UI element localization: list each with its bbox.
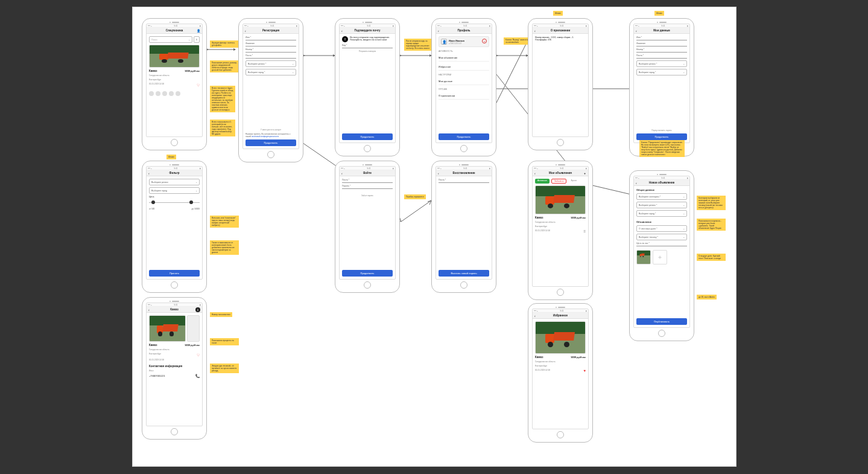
filter-icon[interactable]: ≡ <box>194 36 200 43</box>
region-select[interactable]: Выберите регион <box>149 179 200 185</box>
surname-field[interactable]: Фамилия <box>636 42 687 46</box>
tab-active[interactable]: Активные <box>535 179 550 184</box>
search-input[interactable]: Поиск <box>149 36 192 43</box>
price-field[interactable]: Цена за час * <box>636 242 687 246</box>
note: Стандарт доля. Краткий текст. Описание +… <box>697 254 726 261</box>
favorite-icon[interactable]: ♡ <box>197 83 200 87</box>
note: Также в зависимости от категории может б… <box>210 240 239 255</box>
surname-field[interactable]: Фамилия <box>246 42 296 46</box>
region-select[interactable]: Выберите регион * <box>636 60 687 67</box>
listing-name[interactable]: Камаз <box>149 69 157 72</box>
screen-registration: •••• ≡9:41▮ ‹Регистрация Имя * Фамилия Н… <box>238 18 303 162</box>
screen-listing-detail: •••• ≡9:41▮ ‹Камазi Камаз1000 руб/час Св… <box>142 297 207 440</box>
add-photo-button[interactable]: ＋ <box>653 250 667 264</box>
price-slider[interactable] <box>149 200 200 206</box>
my-ads-link[interactable]: Мои объявления <box>439 54 489 62</box>
phone-field[interactable]: Номер * <box>636 48 687 53</box>
back-icon[interactable]: ‹ <box>534 171 536 175</box>
region-select[interactable]: Выберите регион * <box>636 202 687 208</box>
back-icon[interactable]: ‹ <box>341 29 343 33</box>
listing-photo[interactable] <box>149 45 200 68</box>
my-data-link[interactable]: Мои данные <box>439 78 489 85</box>
continue-button[interactable]: Продолжить <box>439 133 489 140</box>
phone-field[interactable]: Номер * <box>246 48 296 53</box>
city-select[interactable]: Выберите город <box>149 187 200 194</box>
city-select[interactable]: Выберите город * <box>636 210 687 217</box>
favorite-icon[interactable]: ♥ <box>583 369 586 373</box>
listing-photo-2[interactable] <box>187 315 200 342</box>
photo-thumb[interactable] <box>636 250 651 264</box>
menu-icon[interactable]: ≡ <box>583 229 586 233</box>
password-field[interactable]: Пароль * <box>342 185 393 189</box>
about-select[interactable]: О чем ваша доля * <box>636 225 687 232</box>
contact-heading: Контактная информация <box>149 365 200 368</box>
back-icon[interactable]: ‹ <box>341 171 343 175</box>
continue-button[interactable]: Продолжить <box>342 133 393 140</box>
info-icon[interactable]: i <box>195 307 200 312</box>
back-icon[interactable]: ‹ <box>636 29 637 33</box>
back-icon[interactable]: ‹ <box>148 308 150 312</box>
screen-my-data: •••• ≡9:41▮ ‹Мои данные Имя * Фамилия Но… <box>629 18 694 156</box>
reset-password-link[interactable]: Переустановить пароль <box>636 129 687 132</box>
screen-my-ads: •••• ≡9:41▮ ‹Мои объявления＋ АктивныеЗаб… <box>528 161 593 300</box>
city-select[interactable]: Выберите город * <box>246 69 296 75</box>
back-icon[interactable]: ‹ <box>534 29 536 33</box>
tab-banned[interactable]: Забанено <box>551 179 567 184</box>
about-link[interactable]: О приложении <box>439 92 489 100</box>
category-tabs[interactable] <box>149 91 200 96</box>
screen-favorites: •••• ≡9:41▮ ‹Избранное Камаз1000 руб/час… <box>528 303 593 443</box>
technic-select[interactable]: Выберите технику * <box>636 234 687 240</box>
have-account-link[interactable]: У меня уже есть аккаунт <box>246 129 296 131</box>
note: Эмодзи ура техникой, не путаемся на нужн… <box>210 364 239 373</box>
region-select[interactable]: Выберите регион * <box>246 60 296 67</box>
category-select[interactable]: Выберите категорию * <box>636 193 687 200</box>
back-icon[interactable]: ‹ <box>636 181 637 185</box>
name-field[interactable]: Имя * <box>636 36 687 40</box>
city-select[interactable]: Выберите город * <box>636 69 687 75</box>
note: Показываются картинки - которые уже были… <box>697 219 726 231</box>
info-icon: ! <box>342 36 348 42</box>
favorite-icon[interactable]: ♡ <box>197 353 200 357</box>
email-field[interactable]: Почта * <box>246 54 296 59</box>
email-field[interactable]: Почта * <box>439 179 489 183</box>
publish-button[interactable]: Опубликовать <box>636 318 687 325</box>
note: Кнопка "Продолжить" производит сохранени… <box>639 140 685 157</box>
continue-button[interactable]: Продолжить <box>342 270 393 277</box>
email-field[interactable]: Почта * <box>342 179 393 183</box>
logout-icon[interactable]: ⎋ <box>482 39 487 43</box>
page-title: Избранное <box>553 314 568 317</box>
tab-archive[interactable]: Архив <box>568 179 579 184</box>
svg-line-6 <box>496 40 528 104</box>
back-icon[interactable]: ‹ <box>438 29 439 33</box>
back-icon[interactable]: ‹ <box>534 314 536 318</box>
page-title: Мои данные <box>653 29 670 32</box>
back-icon[interactable]: ‹ <box>438 171 439 175</box>
continue-button[interactable]: Продолжить <box>246 139 296 146</box>
profile-header: 👤 Иван Иванов+79######### ⎋ <box>439 36 489 47</box>
apply-button[interactable]: Принять <box>149 270 200 277</box>
screen-profile: •••• ≡9:41▮ ‹Профиль 👤 Иван Иванов+79###… <box>431 18 496 156</box>
listing-photo[interactable] <box>535 321 586 354</box>
resend-link[interactable]: Отправить повторно <box>342 50 393 53</box>
listing-photo[interactable] <box>149 315 186 342</box>
screen-about: •••• ≡9:41▮ ‹О приложении Номер версии -… <box>528 18 593 150</box>
name-field[interactable]: Имя * <box>246 36 296 40</box>
code-field[interactable]: Код * <box>342 44 393 48</box>
listing-photo[interactable] <box>535 185 586 214</box>
call-icon[interactable]: 📞 <box>195 374 200 378</box>
note: После отправки кода на сервер придет под… <box>404 39 433 51</box>
back-icon[interactable]: ‹ <box>245 29 246 33</box>
contact-phone: +79007001221 <box>149 374 165 377</box>
forgot-password-link[interactable]: Забыл пароль <box>342 194 393 197</box>
email-field[interactable]: Почта * <box>636 54 687 59</box>
favorites-link[interactable]: Избранное <box>439 63 489 71</box>
send-button[interactable]: Выслать новый пароль <box>439 270 489 277</box>
add-icon[interactable]: ＋ <box>583 171 586 175</box>
note: Показывает регион, размер, дату в свердл… <box>210 60 239 72</box>
back-icon[interactable]: ‹ <box>148 171 150 175</box>
profile-icon[interactable]: 👤 <box>197 29 200 33</box>
listing-price: 1000 руб/час <box>185 69 200 72</box>
policy-link[interactable]: политикой конфиденциальности <box>252 135 279 138</box>
page-title: О приложении <box>551 29 570 32</box>
continue-button[interactable]: Продолжить <box>636 133 687 140</box>
